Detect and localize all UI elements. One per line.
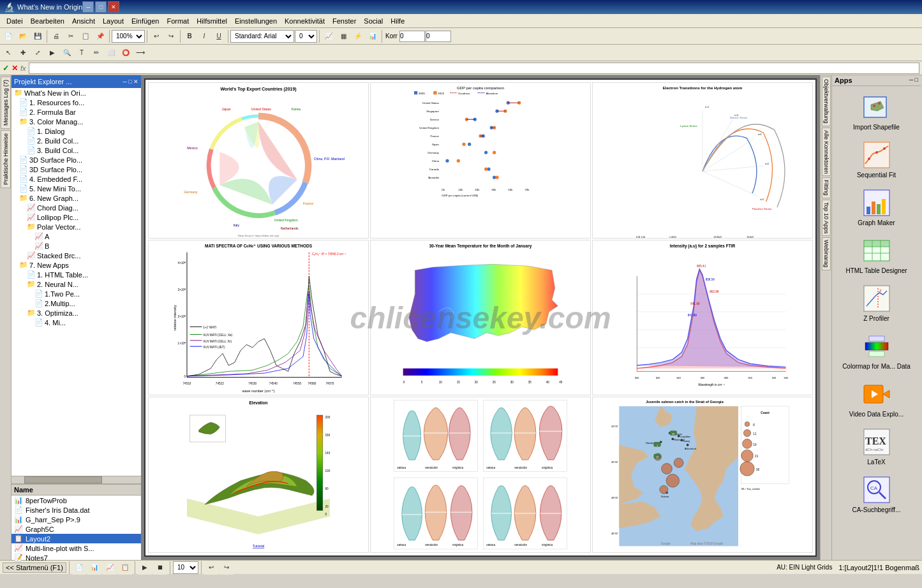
open-btn[interactable]: 📂 — [16, 29, 30, 43]
start-menu-btn[interactable]: << Startmenü (F1) — [3, 562, 66, 573]
graph-btn[interactable]: 📈 — [322, 29, 336, 43]
app-z-profiler[interactable]: Z Z Profiler — [835, 280, 918, 325]
chart-gdp[interactable]: GDP per capita comparison 2009 2019 Zuna… — [370, 82, 591, 239]
tree-item-6[interactable]: 📄 4. Embedded F... — [11, 174, 141, 184]
tree-item-9-1[interactable]: 📄 1. HTML Table... — [11, 270, 141, 279]
underline-btn[interactable]: U — [212, 29, 226, 43]
tree-item-8-4[interactable]: 📈 Stacked Brc... — [11, 251, 141, 260]
font-combo[interactable]: Standard: Arial Times New Roman — [230, 30, 294, 43]
new-btn[interactable]: 📄 — [1, 29, 15, 43]
bot-btn4[interactable]: 📋 — [118, 561, 132, 575]
size-combo-bot[interactable]: 10 — [173, 561, 198, 574]
tree-item-8-3[interactable]: 📁 Polar Vector... — [11, 222, 141, 232]
tool7-btn[interactable]: ✏ — [89, 46, 103, 60]
zoom-combo[interactable]: 100% 75% 150% — [112, 30, 145, 43]
app-colormap[interactable]: Colormap for Ma... Data — [835, 328, 918, 373]
praktische-hinweise-tab[interactable]: Praktische Hinweise — [1, 130, 11, 188]
copy-btn[interactable]: 📋 — [78, 29, 93, 43]
undo-btn[interactable]: ↩ — [149, 29, 163, 43]
print-btn[interactable]: 🖨 — [49, 29, 63, 43]
tree-item-3-2[interactable]: 📄 2. Build Col... — [11, 136, 141, 145]
bot-btn1[interactable]: 📄 — [72, 561, 86, 575]
app-sequential-fit[interactable]: Sequential Fit — [835, 136, 918, 182]
formula-input[interactable] — [29, 62, 919, 74]
tree-item-8[interactable]: 📁 6. New Graph... — [11, 193, 141, 203]
menu-format[interactable]: Format — [163, 16, 193, 26]
file-item-2[interactable]: 📄 Fisher's Iris Data.dat — [11, 505, 141, 515]
menu-datei[interactable]: Datei — [3, 16, 27, 26]
minimize-button[interactable]: ─ — [82, 1, 94, 13]
tree-item-7[interactable]: 📄 5. New Mini To... — [11, 184, 141, 193]
tree-item-9-3[interactable]: 📁 3. Optimiza... — [11, 308, 141, 318]
tool9-btn[interactable]: ⭕ — [119, 46, 133, 60]
tree-item-9-2-2[interactable]: 📄 2.Multip... — [11, 298, 141, 308]
app-video-data[interactable]: Video Data Explo... — [835, 376, 918, 421]
app-import-shapefile[interactable]: Import Shapefile — [835, 89, 918, 134]
file-item-6[interactable]: 📈 Multi-line-plot with S... — [11, 543, 141, 553]
table-btn[interactable]: ▦ — [336, 29, 350, 43]
file-item-4[interactable]: 📈 Graph5C — [11, 524, 141, 534]
rtab-webinar[interactable]: Webinarag — [822, 237, 831, 270]
app-graph-maker[interactable]: Graph Maker — [835, 184, 918, 230]
tree-item-9-2[interactable]: 📁 2. Neural N... — [11, 279, 141, 289]
tool3-btn[interactable]: ⤢ — [31, 46, 45, 60]
menu-hilfsmittel[interactable]: Hilfsmittel — [193, 16, 231, 26]
data-btn[interactable]: ⚡ — [351, 29, 365, 43]
app-html-table[interactable]: HTML Table Designer — [835, 232, 918, 277]
messages-log-tab[interactable]: Messages Log (7) — [1, 77, 11, 129]
rtab-fitting[interactable]: Fitting — [822, 177, 831, 198]
tree-item-8-3-2[interactable]: 📈 B — [11, 241, 141, 251]
menu-einfuegen[interactable]: Einfügen — [128, 16, 163, 26]
bot-btn8[interactable]: ↪ — [219, 561, 234, 575]
italic-btn[interactable]: I — [197, 29, 211, 43]
bot-btn5[interactable]: ▶ — [138, 561, 152, 575]
stats-btn[interactable]: 📊 — [366, 29, 380, 43]
app-latex[interactable]: TEX dCh·naCkr LaTeX — [835, 423, 918, 469]
maximize-button[interactable]: □ — [95, 1, 107, 13]
chart-elevation[interactable]: Elevation — [148, 397, 369, 553]
menu-konnektivitaet[interactable]: Konnektivität — [281, 16, 329, 26]
tree-item-2[interactable]: 📄 2. Formula Bar — [11, 107, 141, 117]
menu-layout[interactable]: Layout — [99, 16, 128, 26]
app-ca-suchbegriff[interactable]: CA CA-Suchbegriff... — [835, 471, 918, 517]
chart-mati[interactable]: MATI SPECTRA OF C₆H₆⁺ USING VARIOUS METH… — [148, 240, 369, 396]
tool5-btn[interactable]: 🔍 — [60, 46, 74, 60]
tree-item-8-3-1[interactable]: 📈 A — [11, 232, 141, 241]
close-button[interactable]: ✕ — [108, 1, 119, 13]
tool2-btn[interactable]: ✚ — [16, 46, 30, 60]
redo-btn[interactable]: ↪ — [164, 29, 178, 43]
menu-einstellungen[interactable]: Einstellungen — [231, 16, 281, 26]
file-item-3[interactable]: 📊 G_harr_Sep P>.9 — [11, 515, 141, 524]
tree-item-8-2[interactable]: 📈 Lollipop Plc... — [11, 212, 141, 222]
chart-world-exports[interactable]: World's Top Export Countries (2019) — [148, 82, 369, 239]
bold-btn[interactable]: B — [182, 29, 197, 43]
tree-item-1[interactable]: 📄 1. Resources fo... — [11, 98, 141, 107]
tree-item-3-1[interactable]: 📄 1. Dialog — [11, 126, 141, 136]
tree-item-5[interactable]: 📄 3D Surface Plo... — [11, 165, 141, 174]
chart-electron[interactable]: Electron Transitions for the Hydrogen at… — [592, 82, 813, 239]
bot-btn3[interactable]: 📈 — [103, 561, 117, 575]
tree-root[interactable]: 📁 What's New in Ori... — [11, 88, 141, 98]
menu-hilfe[interactable]: Hilfe — [387, 16, 408, 26]
cut-btn[interactable]: ✂ — [64, 29, 78, 43]
save-btn[interactable]: 💾 — [31, 29, 45, 43]
tree-hscrollbar[interactable] — [11, 476, 141, 483]
chart-salmon[interactable]: Juvenile salmon catch in the Strait of G… — [592, 397, 813, 553]
tree-item-8-1[interactable]: 📈 Chord Diag... — [11, 203, 141, 212]
tree-item-3[interactable]: 📁 3. Color Manag... — [11, 117, 141, 126]
tool10-btn[interactable]: ⟶ — [133, 46, 147, 60]
menu-ansicht[interactable]: Ansicht — [68, 16, 99, 26]
tool1-btn[interactable]: ↖ — [1, 46, 15, 60]
tree-item-9[interactable]: 📁 7. New Apps — [11, 260, 141, 270]
rtab-objektverwaltung[interactable]: Objektverwaltung — [822, 77, 831, 126]
tree-item-4[interactable]: 📄 3D Surface Plo... — [11, 155, 141, 165]
file-item-1[interactable]: 📊 8perTowProb — [11, 496, 141, 505]
rtab-konnektoren[interactable]: Alle Konnektoren — [822, 128, 831, 177]
tool8-btn[interactable]: ⬜ — [104, 46, 118, 60]
tool4-btn[interactable]: ▶ — [45, 46, 59, 60]
rtab-top10[interactable]: Top 10 Apps — [822, 200, 831, 237]
paste-btn[interactable]: 📌 — [93, 29, 107, 43]
font-size-combo[interactable]: 0 8 10 12 — [295, 30, 317, 43]
chart-ftir[interactable]: Intensity (a.u) for 2 samples FTIR — [592, 240, 813, 396]
tree-item-3-3[interactable]: 📄 3. Build Col... — [11, 145, 141, 155]
